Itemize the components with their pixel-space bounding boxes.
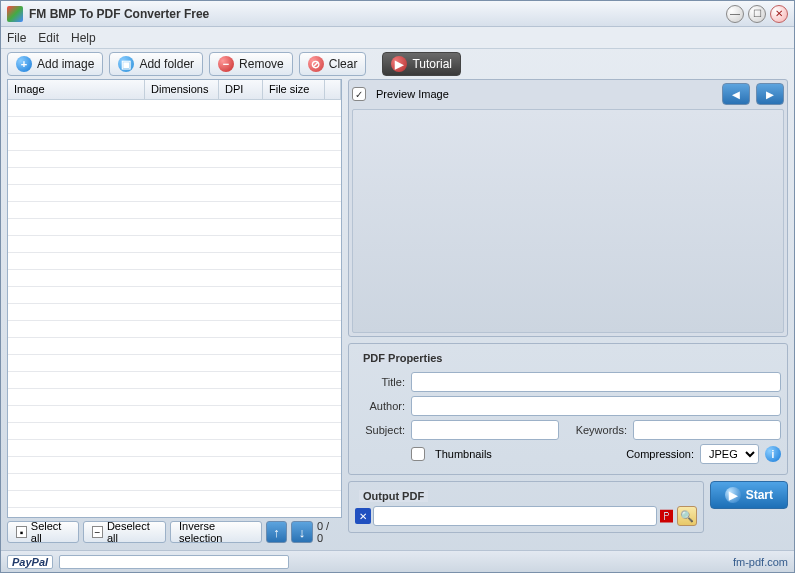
- minus-icon: −: [218, 56, 234, 72]
- clear-button[interactable]: ⊘ Clear: [299, 52, 367, 76]
- window-title: FM BMP To PDF Converter Free: [29, 7, 726, 21]
- plus-icon: +: [16, 56, 32, 72]
- author-input[interactable]: [411, 396, 781, 416]
- item-counter: 0 / 0: [317, 520, 342, 544]
- select-all-button[interactable]: ▪Select all: [7, 521, 79, 543]
- compression-label: Compression:: [626, 448, 694, 460]
- subject-input[interactable]: [411, 420, 559, 440]
- add-image-label: Add image: [37, 57, 94, 71]
- menubar: File Edit Help: [1, 27, 794, 49]
- pdf-properties-legend: PDF Properties: [359, 352, 446, 364]
- add-folder-button[interactable]: ▣ Add folder: [109, 52, 203, 76]
- maximize-button[interactable]: ☐: [748, 5, 766, 23]
- main-area: Image Dimensions DPI File size ▪Select a…: [1, 79, 794, 550]
- toolbar: + Add image ▣ Add folder − Remove ⊘ Clea…: [1, 49, 794, 79]
- move-up-button[interactable]: ↑: [266, 521, 288, 543]
- app-icon: [7, 6, 23, 22]
- browse-output-button[interactable]: 🔍: [677, 506, 697, 526]
- start-button[interactable]: ▶ Start: [710, 481, 788, 509]
- col-scroll-spacer: [325, 80, 341, 99]
- paypal-button[interactable]: PayPal: [7, 555, 53, 569]
- col-dpi[interactable]: DPI: [219, 80, 263, 99]
- deselect-all-button[interactable]: −Deselect all: [83, 521, 166, 543]
- preview-prev-button[interactable]: ◄: [722, 83, 750, 105]
- right-pane: Preview Image ◄ ► PDF Properties Title: …: [348, 79, 788, 546]
- thumbnails-label: Thumbnails: [435, 448, 492, 460]
- col-filesize[interactable]: File size: [263, 80, 325, 99]
- title-input[interactable]: [411, 372, 781, 392]
- grid-footer: ▪Select all −Deselect all Inverse select…: [7, 518, 342, 546]
- preview-canvas: [352, 109, 784, 333]
- preview-checkbox[interactable]: [352, 87, 366, 101]
- inverse-selection-button[interactable]: Inverse selection: [170, 521, 262, 543]
- move-down-button[interactable]: ↓: [291, 521, 313, 543]
- add-image-button[interactable]: + Add image: [7, 52, 103, 76]
- preview-label: Preview Image: [376, 88, 449, 100]
- start-play-icon: ▶: [725, 487, 741, 503]
- progress-bar: [59, 555, 289, 569]
- clear-label: Clear: [329, 57, 358, 71]
- close-button[interactable]: ✕: [770, 5, 788, 23]
- left-pane: Image Dimensions DPI File size ▪Select a…: [7, 79, 342, 546]
- col-image[interactable]: Image: [8, 80, 145, 99]
- subject-label: Subject:: [355, 424, 405, 436]
- menu-edit[interactable]: Edit: [38, 31, 59, 45]
- add-folder-label: Add folder: [139, 57, 194, 71]
- grid-body[interactable]: [8, 100, 341, 517]
- remove-button[interactable]: − Remove: [209, 52, 293, 76]
- col-dimensions[interactable]: Dimensions: [145, 80, 219, 99]
- pdf-icon: 🅿: [659, 508, 675, 524]
- play-icon: ▶: [391, 56, 407, 72]
- select-all-icon: ▪: [16, 526, 27, 538]
- info-icon[interactable]: i: [765, 446, 781, 462]
- app-window: FM BMP To PDF Converter Free — ☐ ✕ File …: [0, 0, 795, 573]
- image-grid: Image Dimensions DPI File size: [7, 79, 342, 518]
- output-path-input[interactable]: [373, 506, 657, 526]
- preview-panel: Preview Image ◄ ►: [348, 79, 788, 337]
- titlebar: FM BMP To PDF Converter Free — ☐ ✕: [1, 1, 794, 27]
- menu-file[interactable]: File: [7, 31, 26, 45]
- output-pdf-group: Output PDF ✕ 🅿 🔍: [348, 481, 704, 533]
- author-label: Author:: [355, 400, 405, 412]
- tutorial-button[interactable]: ▶ Tutorial: [382, 52, 461, 76]
- clear-icon: ⊘: [308, 56, 324, 72]
- site-link[interactable]: fm-pdf.com: [733, 556, 788, 568]
- grid-header: Image Dimensions DPI File size: [8, 80, 341, 100]
- title-label: Title:: [355, 376, 405, 388]
- grid-empty-row: [8, 100, 341, 117]
- start-label: Start: [746, 488, 773, 502]
- keywords-input[interactable]: [633, 420, 781, 440]
- statusbar: PayPal fm-pdf.com: [1, 550, 794, 572]
- pdf-properties-group: PDF Properties Title: Author: Subject: K…: [348, 343, 788, 475]
- output-pdf-legend: Output PDF: [359, 490, 428, 502]
- menu-help[interactable]: Help: [71, 31, 96, 45]
- preview-next-button[interactable]: ►: [756, 83, 784, 105]
- deselect-all-icon: −: [92, 526, 103, 538]
- compression-select[interactable]: JPEG: [700, 444, 759, 464]
- remove-label: Remove: [239, 57, 284, 71]
- folder-icon: ▣: [118, 56, 134, 72]
- thumbnails-checkbox[interactable]: [411, 447, 425, 461]
- minimize-button[interactable]: —: [726, 5, 744, 23]
- tutorial-label: Tutorial: [412, 57, 452, 71]
- keywords-label: Keywords:: [565, 424, 627, 436]
- clear-output-button[interactable]: ✕: [355, 508, 371, 524]
